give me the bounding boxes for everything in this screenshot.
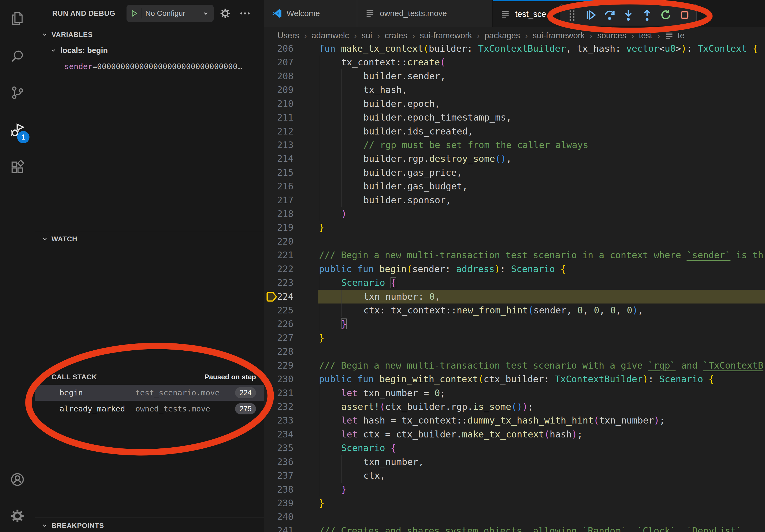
gutter-line-number[interactable]: 232 — [264, 400, 318, 413]
more-actions-icon[interactable] — [239, 8, 251, 19]
code-line-content[interactable]: let ctx = ctx_builder.make_tx_context(ha… — [318, 427, 765, 441]
tab-welcome[interactable]: Welcome — [264, 0, 357, 27]
code-line-content[interactable]: ctx, — [318, 469, 765, 482]
variables-section-header[interactable]: VARIABLES — [35, 27, 264, 42]
code-line-content[interactable]: tx_hash, — [318, 83, 765, 97]
code-line-content[interactable]: Scenario { — [318, 276, 765, 290]
breadcrumb-item[interactable]: sui-framework — [533, 31, 585, 40]
gutter-line-number[interactable]: 219 — [264, 221, 318, 234]
gutter-line-number[interactable]: 236 — [264, 455, 318, 469]
gutter-line-number[interactable]: 223 — [264, 276, 318, 290]
gutter-line-number[interactable]: 218 — [264, 207, 318, 221]
code-line-content[interactable]: builder.sponsor, — [318, 193, 765, 207]
code-line-content[interactable]: public fun begin(sender: address): Scena… — [318, 262, 765, 276]
breadcrumb-file[interactable]: te — [665, 31, 685, 40]
continue-icon[interactable] — [584, 9, 597, 21]
gutter-line-number[interactable]: 214 — [264, 152, 318, 165]
gutter-line-number[interactable]: 212 — [264, 125, 318, 138]
stop-icon[interactable] — [678, 9, 691, 21]
code-line-content[interactable]: let txn_number = 0; — [318, 386, 765, 400]
gutter-line-number[interactable]: 234 — [264, 427, 318, 441]
variables-scope-locals[interactable]: locals: begin — [35, 42, 264, 58]
gutter-line-number[interactable]: 237 — [264, 469, 318, 482]
breadcrumb-item[interactable]: sui — [362, 31, 372, 40]
restart-icon[interactable] — [659, 9, 672, 21]
gutter-line-number[interactable]: 217 — [264, 193, 318, 207]
gutter-line-number[interactable]: 211 — [264, 111, 318, 124]
watch-section-header[interactable]: WATCH — [35, 231, 264, 247]
variable-row-sender[interactable]: sender = 000000000000000000000000000000… — [35, 58, 264, 75]
code-line-content[interactable]: } — [318, 483, 765, 496]
code-line-content[interactable]: builder.epoch, — [318, 97, 765, 111]
gutter-line-number[interactable]: 225 — [264, 304, 318, 317]
start-debugging-icon[interactable] — [127, 8, 142, 19]
gutter-line-number[interactable]: 220 — [264, 235, 318, 248]
extensions-icon[interactable] — [10, 160, 25, 175]
code-line-content[interactable]: public fun begin_with_context(ctx_builde… — [318, 372, 765, 386]
source-control-icon[interactable] — [10, 85, 25, 100]
step-into-icon[interactable] — [622, 9, 635, 21]
gutter-line-number[interactable]: 210 — [264, 97, 318, 111]
call-stack-frame-already_marked[interactable]: already_markedowned_tests.move275 — [35, 401, 264, 417]
gutter-line-number[interactable]: 216 — [264, 179, 318, 193]
breadcrumb-item[interactable]: test — [639, 31, 652, 40]
account-icon[interactable] — [10, 472, 25, 487]
code-line-content[interactable]: /// Begin a new multi-transaction test s… — [318, 248, 765, 262]
code-line-content[interactable]: builder.gas_budget, — [318, 179, 765, 193]
search-icon[interactable] — [10, 49, 25, 64]
code-line-content[interactable] — [318, 235, 765, 248]
code-line-content[interactable]: /// Begin a new multi-transaction test s… — [318, 359, 765, 372]
gutter-line-number[interactable]: 235 — [264, 441, 318, 455]
breadcrumb-item[interactable]: packages — [485, 31, 520, 40]
breadcrumb-item[interactable]: sources — [597, 31, 626, 40]
code-line-content[interactable]: builder.sender, — [318, 69, 765, 83]
code-line-content[interactable]: } — [318, 331, 765, 345]
code-line-content[interactable]: } — [318, 221, 765, 234]
gutter-line-number[interactable]: 207 — [264, 56, 318, 69]
code-line-content[interactable]: /// Creates and shares system objects, a… — [318, 524, 765, 532]
explorer-icon[interactable] — [10, 11, 25, 26]
code-line-content[interactable]: builder.rgp.destroy_some(), — [318, 152, 765, 165]
call-stack-section-header[interactable]: CALL STACK Paused on step — [35, 369, 264, 385]
gutter-line-number[interactable]: 227 — [264, 331, 318, 345]
code-line-content[interactable]: let hash = tx_context::dummy_tx_hash_wit… — [318, 413, 765, 427]
code-line-content[interactable]: builder.epoch_timestamp_ms, — [318, 111, 765, 124]
gutter-line-number[interactable]: 238 — [264, 483, 318, 496]
gutter-line-number[interactable]: 208 — [264, 69, 318, 83]
gutter-line-number[interactable]: 221 — [264, 248, 318, 262]
gutter-line-number[interactable]: 215 — [264, 166, 318, 179]
breadcrumb-item[interactable]: Users — [278, 31, 299, 40]
code-line-content[interactable]: ctx: tx_context::new_from_hint(sender, 0… — [318, 304, 765, 317]
gutter-line-number[interactable]: 209 — [264, 83, 318, 97]
code-line-content[interactable]: // rgp must be set from the caller alway… — [318, 138, 765, 152]
gutter-line-number[interactable]: 228 — [264, 345, 318, 359]
debug-settings-gear-icon[interactable] — [219, 8, 231, 19]
gutter-line-number[interactable]: 222 — [264, 262, 318, 276]
gutter-line-number[interactable]: 233 — [264, 413, 318, 427]
breakpoints-section-header[interactable]: BREAKPOINTS — [35, 518, 264, 532]
code-line-content[interactable]: builder.ids_created, — [318, 125, 765, 138]
code-line-content[interactable]: Scenario { — [318, 441, 765, 455]
step-over-icon[interactable] — [603, 9, 616, 21]
debug-configuration-dropdown[interactable]: No Configur — [127, 5, 214, 22]
gutter-line-number[interactable]: 230 — [264, 372, 318, 386]
code-editor[interactable]: 206fun make_tx_context(builder: TxContex… — [264, 42, 765, 532]
code-line-content[interactable]: tx_context::create( — [318, 56, 765, 69]
breadcrumb-item[interactable]: crates — [384, 31, 407, 40]
breadcrumb-item[interactable]: sui-framework — [420, 31, 472, 40]
code-line-content[interactable]: ) — [318, 207, 765, 221]
code-line-content[interactable]: } — [318, 496, 765, 510]
gutter-line-number[interactable]: 229 — [264, 359, 318, 372]
tab-owned-tests-move[interactable]: owned_tests.move — [357, 0, 493, 27]
call-stack-frame-begin[interactable]: begintest_scenario.move224 — [35, 385, 264, 401]
settings-gear-icon[interactable] — [10, 508, 25, 523]
gutter-line-number[interactable]: 241 — [264, 524, 318, 532]
gutter-line-number[interactable]: 226 — [264, 317, 318, 331]
code-line-content[interactable] — [318, 345, 765, 359]
code-line-content[interactable]: assert!(ctx_builder.rgp.is_some()); — [318, 400, 765, 413]
code-line-content[interactable]: } — [318, 317, 765, 331]
step-out-icon[interactable] — [641, 9, 653, 21]
gutter-line-number[interactable]: 231 — [264, 386, 318, 400]
gutter-line-number[interactable]: 224 — [264, 290, 318, 304]
code-line-content[interactable]: txn_number, — [318, 455, 765, 469]
